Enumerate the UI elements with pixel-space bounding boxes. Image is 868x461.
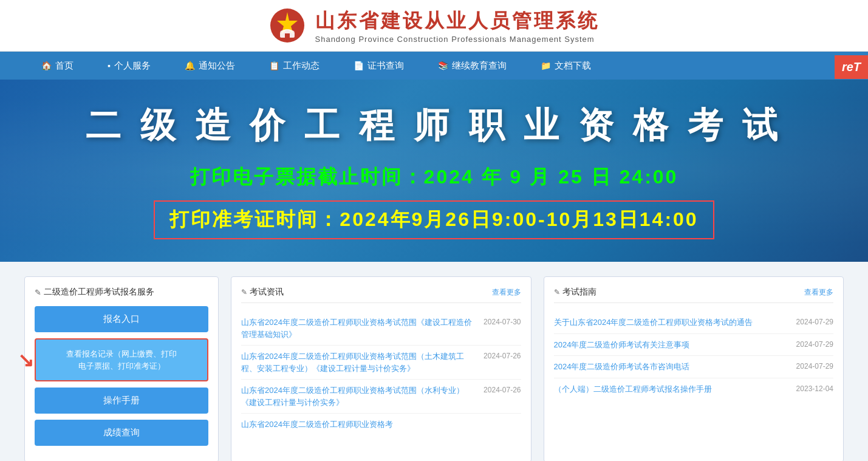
nav-notice-label: 通知公告	[199, 60, 235, 72]
right-panel: 考试指南 查看更多 关于山东省2024年度二级造价工程师职业资格考试的通告 20…	[544, 276, 844, 461]
hero-banner: 二 级 造 价 工 程 师 职 业 资 格 考 试 打印电子票据截止时间：202…	[0, 80, 868, 262]
site-subtitle: Shandong Province Construction Professio…	[315, 35, 600, 44]
list-item: （个人端）二级造价工程师考试报名操作手册 2023-12-04	[554, 378, 834, 400]
site-title: 山东省建设从业人员管理系统	[315, 8, 600, 35]
guide-date-0: 2024-07-29	[796, 316, 833, 326]
list-item: 山东省2024年度二级造价工程师职业资格考试范围（土木建筑工程、安装工程专业）《…	[241, 346, 521, 380]
middle-panel: 考试资讯 查看更多 山东省2024年度二级造价工程师职业资格考试范围《建设工程造…	[231, 276, 531, 461]
person-icon: ▪	[108, 61, 111, 70]
nav-news-label: 工作动态	[283, 60, 320, 72]
guide-date-3: 2023-12-04	[796, 383, 833, 393]
list-item: 山东省2024年度二级造价工程师职业资格考试范围《建设工程造价管理基础知识》 2…	[241, 312, 521, 346]
right-panel-title: 考试指南	[554, 287, 596, 298]
red-arrow-icon: ↘	[18, 349, 34, 372]
banner-subtitle2-wrapper: 打印准考证时间：2024年9月26日9:00-10月13日14:00	[154, 200, 714, 239]
nav-cert[interactable]: 📄 证书查询	[337, 52, 421, 80]
edu-icon: 📚	[438, 61, 448, 70]
middle-panel-more[interactable]: 查看更多	[492, 287, 521, 298]
score-button[interactable]: 成绩查询	[35, 420, 208, 446]
view-records-button[interactable]: 查看报名记录（网上缴费、打印电子票据、打印准考证）	[35, 338, 208, 381]
main-content: 二级造价工程师考试报名服务 报名入口 ↘ 查看报名记录（网上缴费、打印电子票据、…	[0, 262, 868, 461]
corner-badge: reT	[835, 55, 868, 79]
list-item: 山东省2024年度二级造价工程师职业资格考试范围（水利专业）《建设工程计量与计价…	[241, 380, 521, 414]
notice-icon: 🔔	[185, 61, 195, 70]
banner-title: 二 级 造 价 工 程 师 职 业 资 格 考 试	[86, 102, 782, 149]
right-panel-more[interactable]: 查看更多	[804, 287, 833, 298]
nav-personal-label: 个人服务	[114, 60, 151, 72]
nav-notice[interactable]: 🔔 通知公告	[168, 52, 252, 80]
nav-home[interactable]: 🏠 首页	[24, 52, 91, 80]
header: 山东省建设从业人员管理系统 Shandong Province Construc…	[0, 0, 868, 52]
nav-news[interactable]: 📋 工作动态	[252, 52, 337, 80]
news-date-2: 2024-07-26	[484, 384, 521, 394]
middle-panel-header: 考试资讯 查看更多	[241, 287, 521, 303]
nav-home-label: 首页	[55, 60, 73, 72]
news-icon: 📋	[269, 61, 279, 70]
register-button[interactable]: 报名入口	[35, 306, 208, 332]
guide-link-3[interactable]: （个人端）二级造价工程师考试报名操作手册	[554, 383, 789, 395]
left-panel: 二级造价工程师考试报名服务 报名入口 ↘ 查看报名记录（网上缴费、打印电子票据、…	[24, 276, 219, 461]
news-link-1[interactable]: 山东省2024年度二级造价工程师职业资格考试范围（土木建筑工程、安装工程专业）《…	[241, 350, 476, 374]
nav-edu[interactable]: 📚 继续教育查询	[421, 52, 524, 80]
docs-icon: 📁	[541, 61, 551, 70]
news-date-0: 2024-07-30	[484, 316, 521, 326]
guide-date-2: 2024-07-29	[796, 361, 833, 371]
nav-docs-label: 文档下载	[555, 60, 591, 72]
list-item: 2024年度二级造价师考试各市咨询电话 2024-07-29	[554, 356, 834, 378]
list-item: 2024年度二级造价师考试有关注意事项 2024-07-29	[554, 334, 834, 357]
svg-rect-3	[285, 33, 290, 38]
news-link-0[interactable]: 山东省2024年度二级造价工程师职业资格考试范围《建设工程造价管理基础知识》	[241, 316, 476, 340]
banner-subtitle1: 打印电子票据截止时间：2024 年 9 月 25 日 24:00	[190, 164, 678, 191]
list-item: 山东省2024年度二级造价工程师职业资格考	[241, 414, 521, 435]
news-date-1: 2024-07-26	[484, 350, 521, 360]
arrow-section: ↘ 查看报名记录（网上缴费、打印电子票据、打印准考证）	[35, 338, 208, 381]
list-item: 关于山东省2024年度二级造价工程师职业资格考试的通告 2024-07-29	[554, 312, 834, 334]
middle-panel-title: 考试资讯	[241, 287, 284, 298]
guide-link-2[interactable]: 2024年度二级造价师考试各市咨询电话	[554, 361, 789, 373]
logo-icon	[269, 7, 306, 44]
header-text: 山东省建设从业人员管理系统 Shandong Province Construc…	[315, 8, 600, 44]
nav-edu-label: 继续教育查询	[452, 60, 507, 72]
guide-link-0[interactable]: 关于山东省2024年度二级造价工程师职业资格考试的通告	[554, 316, 789, 329]
logo-container: 山东省建设从业人员管理系统 Shandong Province Construc…	[269, 7, 600, 44]
news-link-3[interactable]: 山东省2024年度二级造价工程师职业资格考	[241, 418, 514, 431]
right-panel-header: 考试指南 查看更多	[554, 287, 834, 303]
guide-date-1: 2024-07-29	[796, 339, 833, 349]
nav-cert-label: 证书查询	[367, 60, 404, 72]
navigation: 🏠 首页 ▪ 个人服务 🔔 通知公告 📋 工作动态 📄 证书查询 📚 继续教育查…	[0, 52, 868, 80]
cert-icon: 📄	[354, 61, 364, 70]
nav-docs[interactable]: 📁 文档下载	[524, 52, 608, 80]
banner-subtitle2: 打印准考证时间：2024年9月26日9:00-10月13日14:00	[169, 208, 698, 230]
manual-button[interactable]: 操作手册	[35, 388, 208, 414]
home-icon: 🏠	[41, 61, 52, 70]
news-link-2[interactable]: 山东省2024年度二级造价工程师职业资格考试范围（水利专业）《建设工程计量与计价…	[241, 384, 476, 408]
guide-link-1[interactable]: 2024年度二级造价师考试有关注意事项	[554, 339, 789, 351]
nav-personal[interactable]: ▪ 个人服务	[91, 52, 168, 80]
left-panel-title: 二级造价工程师考试报名服务	[35, 287, 208, 298]
